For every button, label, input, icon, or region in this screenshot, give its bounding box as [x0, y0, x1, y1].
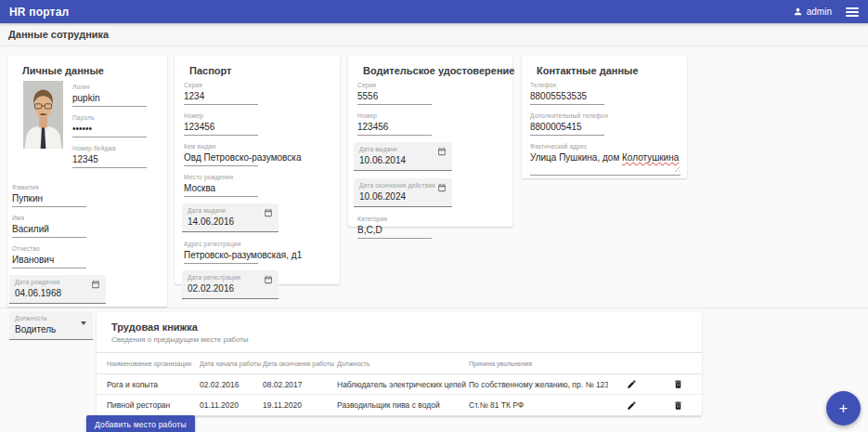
- passport-number-field[interactable]: Номер 123456: [184, 111, 258, 136]
- actual-address-textarea[interactable]: Фактический адрес Улица Пушкина, дом Кол…: [530, 142, 680, 176]
- work-history-subtitle: Сведения о предыдущем месте работы: [111, 335, 687, 344]
- organization-cell: Пивной ресторан: [107, 400, 200, 410]
- card-title-contacts: Контактные данные: [537, 65, 672, 76]
- field-value: 8800005415: [530, 120, 604, 136]
- page-header: Данные сотрудника: [0, 23, 868, 46]
- firstname-field[interactable]: Имя Василий: [12, 214, 86, 238]
- table-row: Пивной ресторан 01.11.2020 19.11.2020 Ра…: [97, 395, 702, 415]
- field-label: Кем выдан: [184, 142, 258, 151]
- license-issue-date-field[interactable]: Дата выдачи 10.06.2014: [354, 142, 452, 171]
- field-value: Водитель: [15, 322, 87, 335]
- card-title-passport: Паспорт: [189, 65, 325, 76]
- field-value: 10.06.2014: [359, 153, 447, 166]
- column-header-reason: Причина увольнения: [469, 360, 608, 367]
- app-root: HR портал admin Данные сотрудника Личные…: [0, 0, 868, 432]
- plus-icon: +: [839, 401, 848, 416]
- field-label: Пароль: [72, 113, 147, 122]
- calendar-icon[interactable]: [91, 280, 100, 289]
- edit-button[interactable]: [622, 397, 641, 413]
- column-header-start-date: Дата начала работы: [200, 360, 263, 367]
- license-expiry-date-field[interactable]: Дата окончания действия 10.06.2024: [354, 178, 452, 207]
- field-label: Дата окончания действия: [359, 181, 447, 190]
- passport-issued-by-field[interactable]: Кем выдан Овд Петровско-разумовска: [184, 142, 258, 166]
- field-label: Серия: [184, 81, 258, 89]
- field-label: Дата выдачи: [188, 206, 273, 215]
- contacts-card: Контактные данные Телефон 88005553535 До…: [522, 56, 687, 178]
- topbar-actions: admin: [793, 7, 859, 17]
- field-value: 123456: [357, 120, 432, 136]
- passport-issue-date-field[interactable]: Дата выдачи 14.06.2016: [182, 203, 279, 232]
- field-label: Телефон: [530, 81, 604, 89]
- lastname-field[interactable]: Фамилия Пупкин: [12, 183, 86, 207]
- table-row: Рога и копыта 02.02.2016 08.02.2017 Набл…: [97, 374, 702, 395]
- license-category-field[interactable]: Категория B,C,D: [357, 215, 432, 239]
- field-label: Должность: [15, 314, 87, 322]
- field-value: Иванович: [12, 253, 86, 268]
- add-fab-button[interactable]: +: [826, 391, 861, 425]
- registration-address-field[interactable]: Адрес регистрации Петровско-разумовская,…: [184, 240, 258, 264]
- license-series-field[interactable]: Серия 5556: [357, 81, 432, 105]
- field-label: Адрес регистрации: [184, 240, 258, 248]
- field-label: Номер: [357, 111, 432, 120]
- registration-date-field[interactable]: Дата регистрации 02.02.2016: [182, 270, 279, 299]
- calendar-icon[interactable]: [264, 275, 273, 284]
- calendar-icon[interactable]: [437, 147, 447, 156]
- menu-icon[interactable]: [846, 7, 859, 17]
- field-value: B,C,D: [357, 223, 432, 239]
- delete-button[interactable]: [669, 376, 688, 393]
- badge-number-field[interactable]: Номер бейджа 12345: [72, 144, 147, 168]
- position-cell: Наблюдатель электрических цепей: [337, 380, 469, 389]
- organization-cell: Рога и копыта: [107, 380, 200, 389]
- misspelled-word: Колотушкина: [622, 152, 679, 163]
- app-title: HR портал: [9, 6, 69, 19]
- chevron-down-icon: [81, 321, 86, 325]
- field-label: Номер: [184, 111, 258, 120]
- birthdate-field[interactable]: Дата рождения 04.06.1968: [9, 275, 106, 304]
- work-history-card: Трудовая книжка Сведения о предыдущем ме…: [97, 312, 702, 416]
- license-number-field[interactable]: Номер 123456: [357, 111, 432, 136]
- field-value: 02.02.2016: [188, 281, 273, 295]
- calendar-icon[interactable]: [264, 208, 273, 217]
- driver-license-card: Водительское удостоверение Серия 5556 Но…: [348, 56, 512, 227]
- field-value: ••••••: [72, 122, 147, 137]
- birthplace-field[interactable]: Место рождения Москва: [184, 173, 258, 197]
- table-header-row: Наименование организации Дата начала раб…: [97, 353, 702, 374]
- field-label: Место рождения: [184, 173, 258, 181]
- reason-cell: Ст.№ 81 ТК РФ: [469, 400, 608, 410]
- calendar-icon[interactable]: [437, 183, 447, 192]
- middlename-field[interactable]: Отчество Иванович: [12, 244, 86, 268]
- add-workplace-button[interactable]: Добавить место работы: [86, 415, 195, 432]
- passport-card: Паспорт Серия 1234 Номер 123456 Кем выда…: [175, 56, 340, 284]
- field-value: 10.06.2024: [359, 190, 447, 203]
- field-value: 12345: [72, 152, 147, 168]
- end-date-cell: 08.02.2017: [263, 380, 337, 389]
- column-header-end-date: Дата окончания работы: [263, 360, 337, 367]
- end-date-cell: 19.11.2020: [263, 400, 337, 410]
- field-value: Пупкин: [12, 191, 86, 207]
- delete-button[interactable]: [669, 397, 688, 413]
- passport-series-field[interactable]: Серия 1234: [184, 81, 258, 105]
- field-label: Дата выдачи: [359, 145, 447, 153]
- field-value: 88005553535: [530, 89, 604, 105]
- field-label: Серия: [357, 81, 432, 89]
- additional-phone-field[interactable]: Дополнительный телефон 8800005415: [530, 111, 604, 136]
- reason-cell: По собственному желанию, пр. № 1234: [469, 380, 608, 389]
- edit-button[interactable]: [622, 376, 641, 393]
- column-header-organization: Наименование организации: [107, 360, 200, 367]
- field-value: Улица Пушкина, дом Колотушкина: [530, 151, 680, 164]
- field-value: 1234: [184, 89, 258, 105]
- field-value: Василий: [12, 222, 86, 238]
- phone-field[interactable]: Телефон 88005553535: [530, 81, 604, 105]
- card-title-license: Водительское удостоверение: [363, 65, 498, 76]
- login-field[interactable]: Логин pupkin: [72, 83, 147, 107]
- position-cell: Разводильщик пива с водой: [337, 400, 469, 410]
- admin-menu[interactable]: admin: [793, 7, 832, 17]
- field-label: Дополнительный телефон: [530, 111, 604, 120]
- start-date-cell: 02.02.2016: [200, 380, 263, 389]
- field-value: pupkin: [72, 91, 147, 107]
- field-label: Отчество: [12, 244, 86, 253]
- password-field[interactable]: Пароль ••••••: [72, 113, 147, 137]
- position-select[interactable]: Должность Водитель: [9, 311, 93, 340]
- resize-handle[interactable]: [673, 165, 680, 172]
- field-label: Фактический адрес: [530, 142, 680, 151]
